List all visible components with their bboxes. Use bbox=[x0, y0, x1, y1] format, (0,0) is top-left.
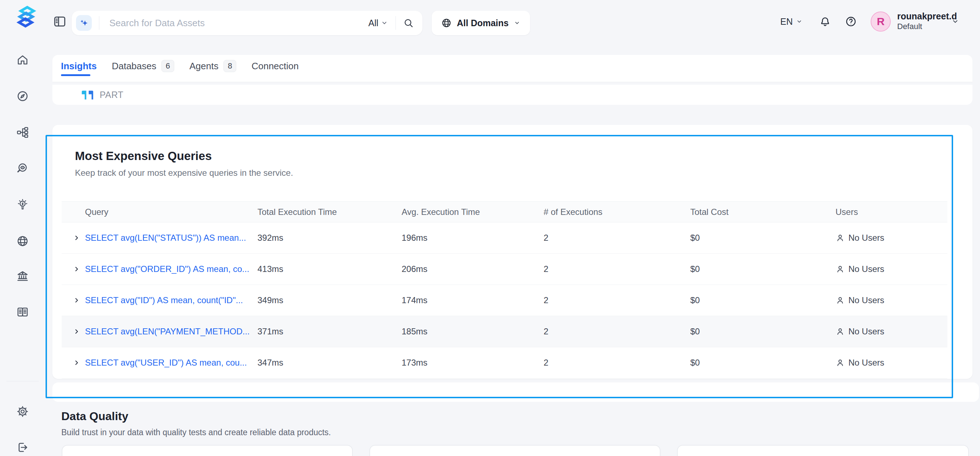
user-icon bbox=[835, 296, 845, 305]
app-window: All All Domains EN R rounakpreet.d Defau… bbox=[0, 0, 980, 456]
tab-agents[interactable]: Agents8 bbox=[189, 60, 236, 72]
avg-execution-time: 196ms bbox=[402, 233, 544, 243]
execution-count: 2 bbox=[544, 295, 690, 305]
user-icon bbox=[835, 233, 845, 242]
chevron-down-icon bbox=[514, 19, 521, 27]
tab-databases[interactable]: Databases6 bbox=[112, 60, 175, 72]
users-value: No Users bbox=[848, 264, 884, 274]
sidebar-item-explore[interactable] bbox=[16, 90, 29, 103]
section-subtitle: Keep track of your most expensive querie… bbox=[75, 168, 293, 178]
data-quality-card[interactable] bbox=[369, 445, 660, 456]
user-info[interactable]: rounakpreet.d Default bbox=[897, 11, 957, 32]
sidebar-item-glossary[interactable] bbox=[16, 306, 29, 319]
sidebar-item-observability[interactable] bbox=[16, 162, 29, 175]
total-cost: $0 bbox=[690, 327, 835, 336]
total-execution-time: 413ms bbox=[258, 264, 402, 274]
user-icon bbox=[835, 358, 845, 367]
data-quality-subtitle: Build trust in your data with quality te… bbox=[61, 428, 331, 437]
col-total-cost: Total Cost bbox=[690, 207, 835, 217]
total-cost: $0 bbox=[690, 233, 835, 243]
user-team: Default bbox=[897, 22, 957, 32]
tab-connection[interactable]: Connection bbox=[251, 61, 299, 72]
expand-chevron-right-icon[interactable] bbox=[73, 328, 81, 335]
most-expensive-queries-card: Most Expensive Queries Keep track of you… bbox=[52, 125, 972, 379]
table-row[interactable]: SELECT avg("ID") AS mean, count("ID"... … bbox=[62, 285, 947, 316]
partial-row-label[interactable]: PART bbox=[100, 85, 123, 105]
sparkle-icon[interactable] bbox=[76, 15, 92, 31]
user-icon bbox=[835, 327, 845, 336]
execution-count: 2 bbox=[544, 233, 690, 243]
execution-count: 2 bbox=[544, 264, 690, 274]
global-search-bar[interactable]: All bbox=[72, 11, 422, 35]
data-quality-card[interactable] bbox=[62, 445, 353, 456]
bell-icon[interactable] bbox=[819, 16, 831, 28]
query-link[interactable]: SELECT avg(LEN("STATUS")) AS mean... bbox=[85, 233, 246, 243]
sidebar-item-settings[interactable] bbox=[16, 405, 29, 418]
sidebar-toggle-icon[interactable] bbox=[53, 15, 67, 28]
chevron-down-icon bbox=[796, 18, 803, 25]
sidebar-item-logout[interactable] bbox=[16, 441, 29, 454]
total-execution-time: 371ms bbox=[258, 327, 402, 336]
table-row[interactable]: SELECT avg(LEN("STATUS")) AS mean... 392… bbox=[62, 222, 947, 254]
table-header-row: Query Total Execution Time Avg. Executio… bbox=[62, 201, 947, 222]
col-executions: # of Executions bbox=[544, 207, 690, 217]
sidebar-item-domains[interactable] bbox=[16, 234, 29, 247]
table-row[interactable]: SELECT avg(LEN("PAYMENT_METHOD... 371ms … bbox=[62, 316, 947, 347]
query-link[interactable]: SELECT avg(LEN("PAYMENT_METHOD... bbox=[85, 327, 250, 336]
partition-table-icon bbox=[81, 90, 94, 100]
query-link[interactable]: SELECT avg("ID") AS mean, count("ID"... bbox=[85, 295, 243, 305]
col-users: Users bbox=[835, 207, 947, 217]
avg-execution-time: 173ms bbox=[402, 358, 544, 368]
total-execution-time: 392ms bbox=[258, 233, 402, 243]
table-row[interactable]: SELECT avg("USER_ID") AS mean, cou... 34… bbox=[62, 347, 947, 378]
expand-chevron-right-icon[interactable] bbox=[73, 359, 81, 367]
execution-count: 2 bbox=[544, 327, 690, 336]
top-navbar: All All Domains EN R rounakpreet.d Defau… bbox=[0, 0, 980, 43]
col-avg-time: Avg. Execution Time bbox=[402, 207, 544, 217]
section-title: Most Expensive Queries bbox=[75, 149, 212, 163]
sidebar-item-lineage[interactable] bbox=[16, 126, 29, 139]
avg-execution-time: 185ms bbox=[402, 327, 544, 336]
databases-count-badge: 6 bbox=[161, 60, 174, 72]
user-name: rounakpreet.d bbox=[897, 11, 957, 22]
users-value: No Users bbox=[848, 358, 884, 368]
search-scope-select[interactable]: All bbox=[368, 18, 378, 28]
total-cost: $0 bbox=[690, 358, 835, 368]
all-domains-label: All Domains bbox=[457, 18, 509, 28]
sidebar-item-insights[interactable] bbox=[16, 198, 29, 211]
query-link[interactable]: SELECT avg("USER_ID") AS mean, cou... bbox=[85, 358, 247, 368]
all-domains-button[interactable]: All Domains bbox=[432, 11, 530, 35]
col-total-time: Total Execution Time bbox=[258, 207, 402, 217]
query-link[interactable]: SELECT avg("ORDER_ID") AS mean, co... bbox=[85, 264, 249, 274]
expand-chevron-right-icon[interactable] bbox=[73, 265, 81, 273]
users-value: No Users bbox=[848, 295, 884, 305]
sidebar-divider bbox=[6, 381, 39, 381]
chevron-down-icon[interactable] bbox=[380, 19, 388, 27]
sidebar-item-home[interactable] bbox=[16, 53, 29, 66]
avg-execution-time: 174ms bbox=[402, 295, 544, 305]
app-logo[interactable] bbox=[14, 6, 38, 36]
table-horizontal-scroll-track[interactable] bbox=[52, 383, 979, 402]
total-cost: $0 bbox=[690, 264, 835, 274]
execution-count: 2 bbox=[544, 358, 690, 368]
avg-execution-time: 206ms bbox=[402, 264, 544, 274]
profile-chevron-down-icon[interactable] bbox=[951, 17, 959, 26]
service-tabs-panel: Insights Databases6 Agents8 Connection bbox=[52, 55, 972, 82]
query-table-body: SELECT avg(LEN("STATUS")) AS mean... 392… bbox=[62, 222, 947, 378]
language-selector[interactable]: EN bbox=[780, 0, 803, 43]
table-row[interactable]: SELECT avg("ORDER_ID") AS mean, co... 41… bbox=[62, 254, 947, 285]
users-value: No Users bbox=[848, 233, 884, 243]
total-execution-time: 349ms bbox=[258, 295, 402, 305]
tab-insights[interactable]: Insights bbox=[61, 61, 97, 72]
total-cost: $0 bbox=[690, 295, 835, 305]
avatar[interactable]: R bbox=[871, 11, 891, 32]
search-input[interactable] bbox=[99, 18, 368, 29]
help-icon[interactable] bbox=[845, 16, 857, 28]
expand-chevron-right-icon[interactable] bbox=[73, 234, 81, 242]
sidebar-item-governance[interactable] bbox=[16, 270, 29, 283]
search-icon[interactable] bbox=[403, 18, 414, 28]
globe-icon bbox=[441, 18, 452, 28]
active-tab-underline bbox=[61, 74, 91, 76]
expand-chevron-right-icon[interactable] bbox=[73, 297, 81, 304]
data-quality-card[interactable] bbox=[677, 445, 969, 456]
